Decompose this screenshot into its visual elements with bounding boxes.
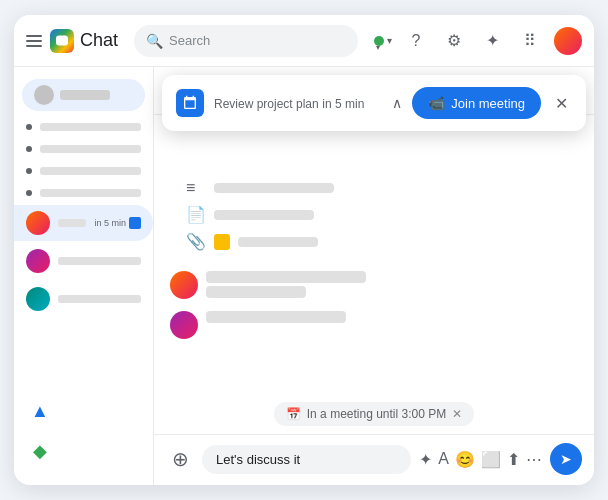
history-icon (26, 190, 32, 196)
clip-attach-icon: 📎 (186, 232, 206, 251)
meeting-status-chip: 📅 In a meeting until 3:00 PM ✕ (274, 402, 474, 426)
sidebar-item-starred[interactable] (14, 161, 153, 181)
message-input[interactable] (202, 445, 411, 474)
status-group[interactable]: ▾ (374, 35, 392, 46)
input-actions: ✦ A 😊 ⬜ ⬆ ⋯ (419, 450, 542, 469)
yellow-box-icon (214, 234, 230, 250)
meet-badge (129, 217, 141, 229)
meet-icon[interactable]: ◆ (22, 433, 58, 469)
app-logo: Chat (50, 29, 118, 53)
meeting-title: Review project plan in 5 min (214, 96, 382, 111)
add-attachment-button[interactable]: ⊕ (166, 445, 194, 473)
sidebar-item-home[interactable] (14, 117, 153, 137)
meeting-calendar-icon (176, 89, 204, 117)
search-icon: 🔍 (146, 33, 163, 49)
msg-avatar-2 (170, 311, 198, 339)
sidebar: in 5 min ▲ ◆ (14, 67, 154, 485)
new-chat-icon (34, 85, 54, 105)
home-icon (26, 124, 32, 130)
msg-text-bar-1b (206, 286, 306, 298)
chat-input-area: ⊕ ✦ A 😊 ⬜ ⬆ ⋯ ➤ (154, 434, 594, 485)
drive-icon[interactable]: ▲ (22, 393, 58, 429)
menu-button[interactable] (26, 35, 42, 47)
sidebar-contact-2[interactable] (14, 243, 153, 279)
new-chat-label (60, 90, 110, 100)
sidebar-item-mentions[interactable] (14, 139, 153, 159)
app-title: Chat (80, 30, 118, 51)
chat-input-row: ⊕ ✦ A 😊 ⬜ ⬆ ⋯ ➤ (166, 443, 582, 475)
meeting-banner-text: Review project plan in 5 min (214, 96, 382, 111)
join-meeting-button[interactable]: 📹 Join meeting (412, 87, 541, 119)
contact-3-avatar (26, 287, 50, 311)
meeting-close-button[interactable]: ✕ (551, 90, 572, 117)
msg-text-bar-2a (206, 311, 346, 323)
settings-button[interactable]: ⚙ (440, 27, 468, 55)
mentions-icon (26, 146, 32, 152)
attachment-button[interactable]: ⬜ (481, 450, 501, 469)
msg-content-2 (206, 311, 346, 323)
more-button[interactable]: ⋯ (526, 450, 542, 469)
apps-button[interactable]: ⠿ (516, 27, 544, 55)
attachment-row-2: 📄 (186, 205, 562, 224)
attachment-area: ≡ 📄 📎 (170, 175, 578, 259)
video-icon: 📹 (428, 95, 445, 111)
calendar-small-icon: 📅 (286, 407, 301, 421)
msg-text-bar-1a (206, 271, 366, 283)
sidebar-item-history[interactable] (14, 183, 153, 203)
meeting-expand-icon[interactable]: ∧ (392, 95, 402, 111)
status-dot (374, 36, 384, 46)
attach-bar-1 (214, 183, 334, 193)
msg-avatar-1 (170, 271, 198, 299)
search-placeholder: Search (169, 33, 210, 48)
doc-attach-icon: 📄 (186, 205, 206, 224)
star-icon (26, 168, 32, 174)
chat-messages: ≡ 📄 📎 (154, 115, 594, 398)
top-bar: Chat 🔍 Search ▾ ? ⚙ ✦ ⠿ (14, 15, 594, 67)
top-bar-actions: ▾ ? ⚙ ✦ ⠿ (374, 27, 582, 55)
menu-attach-icon: ≡ (186, 179, 206, 197)
add-button[interactable]: ✦ (478, 27, 506, 55)
emoji-button[interactable]: 😊 (455, 450, 475, 469)
main-area: in 5 min ▲ ◆ ← (14, 67, 594, 485)
attach-bar-3 (238, 237, 318, 247)
contact-2-avatar (26, 249, 50, 273)
upload-button[interactable]: ⬆ (507, 450, 520, 469)
meeting-status-close[interactable]: ✕ (452, 407, 462, 421)
sidebar-contact-1[interactable]: in 5 min (14, 205, 153, 241)
sparkle-button[interactable]: ✦ (419, 450, 432, 469)
message-row-1 (170, 271, 578, 299)
chat-main: ← ▾ Review project plan in 5 min (154, 67, 594, 485)
chat-logo-icon (50, 29, 74, 53)
message-row-2 (170, 311, 578, 339)
search-bar[interactable]: 🔍 Search (134, 25, 358, 57)
new-chat-button[interactable] (22, 79, 145, 111)
user-avatar[interactable] (554, 27, 582, 55)
msg-content-1 (206, 271, 366, 298)
app-container: Chat 🔍 Search ▾ ? ⚙ ✦ ⠿ (14, 15, 594, 485)
sidebar-contact-3[interactable] (14, 281, 153, 317)
send-button[interactable]: ➤ (550, 443, 582, 475)
format-button[interactable]: A (438, 450, 449, 468)
attachment-row-1: ≡ (186, 179, 562, 197)
attach-bar-2 (214, 210, 314, 220)
meeting-banner: Review project plan in 5 min ∧ 📹 Join me… (162, 75, 586, 131)
help-button[interactable]: ? (402, 27, 430, 55)
meeting-status-label: In a meeting until 3:00 PM (307, 407, 446, 421)
attachment-row-3: 📎 (186, 232, 562, 251)
meeting-status: 📅 In a meeting until 3:00 PM ✕ (154, 398, 594, 434)
contact-1-avatar (26, 211, 50, 235)
sidebar-bottom: ▲ ◆ (14, 385, 153, 477)
